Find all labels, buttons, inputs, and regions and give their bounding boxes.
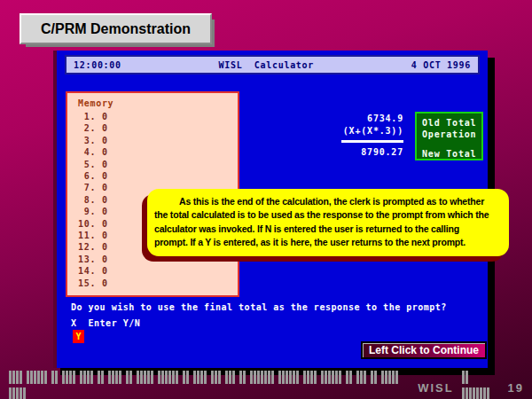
prompt-question: Do you wish to use the final total as th… [71,302,447,312]
calculation-display: 6734.9 (X+(X*.3)) 8790.27 [270,113,403,159]
footer-bar: WISL 19 [9,380,532,395]
legend-new-total-label: New Total [422,148,481,160]
window-title: WISL Calculator [121,60,411,70]
footer-brand: WISL [418,381,454,395]
legend-old-total-label: Old Total [422,117,481,129]
operation-formula: (X+(X*.3)) [270,125,403,137]
continue-button-label: Left Click to Continue [369,344,479,356]
memory-slot: 14. 0 [78,265,238,277]
explanation-callout: As this is the end of the calculation, t… [147,189,509,256]
legend-operation-label: Operation [422,129,481,140]
barcode-right [462,371,504,399]
calculator-titlebar: 12:00:00 WISL Calculator 4 OCT 1996 [65,55,480,74]
memory-slot: 15. 0 [78,278,238,289]
entry-value-text: Y [75,332,81,341]
memory-slot: 5. 0 [78,159,238,170]
page-number: 19 [508,381,524,395]
memory-slot: 2. 0 [78,122,238,134]
memory-slot: 3. 0 [78,135,238,146]
entry-value-field[interactable]: Y [73,330,84,343]
clock-time: 12:00:00 [74,60,121,70]
barcode-left [9,371,413,399]
memory-slot: 4. 0 [78,146,238,158]
memory-slot: 6. 0 [78,170,238,182]
page-title: C/PRM Demonstration [20,13,212,44]
sum-underline [341,140,403,143]
new-total-value: 8790.27 [270,146,403,159]
old-total-value: 6734.9 [270,113,403,125]
memory-panel-title: Memory [78,98,238,108]
current-date: 4 OCT 1996 [411,60,471,70]
page-title-text: C/PRM Demonstration [41,21,191,37]
callout-line: calculator was invoked. If N is entered … [154,223,502,236]
slide-background: C/PRM Demonstration 12:00:00 WISL Calcul… [0,0,532,399]
callout-line: the total calculated is to be used as th… [154,208,502,222]
continue-button[interactable]: Left Click to Continue [361,341,487,359]
callout-line: As this is the end of the calculation, t… [154,195,502,208]
callout-line: prompt. If a Y is entered, as it is here… [154,236,502,249]
memory-slot: 1. 0 [78,111,238,122]
totals-legend: Old Total Operation New Total [415,112,483,160]
entry-instruction: X Enter Y/N [71,318,140,328]
